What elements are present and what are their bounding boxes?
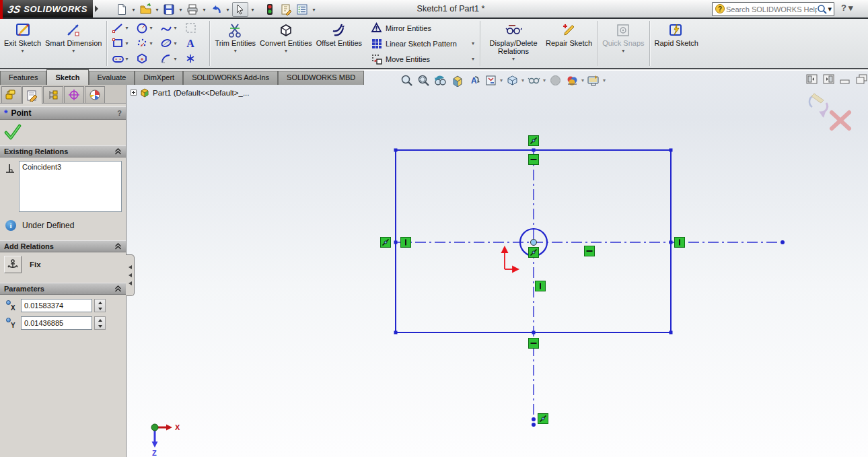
move-entities-button[interactable]: Move Entities ▾ (368, 52, 477, 66)
linear-pattern-dropdown[interactable]: ▾ (472, 40, 474, 46)
spray-points-icon[interactable] (136, 37, 149, 50)
hide-show-dropdown[interactable]: ▾ (543, 77, 546, 83)
tab-solidworks-mbd[interactable]: SOLIDWORKS MBD (278, 71, 364, 85)
relation-vertical-badge[interactable] (401, 238, 411, 248)
corner-rectangle-icon[interactable] (112, 37, 124, 50)
partial-ellipse-icon[interactable] (160, 37, 173, 50)
display-style-cube-icon[interactable] (505, 73, 519, 87)
view-settings-icon[interactable] (586, 73, 601, 87)
print-icon[interactable] (185, 2, 200, 17)
new-document-icon[interactable] (114, 2, 129, 17)
line-icon[interactable] (112, 22, 124, 34)
save-dropdown[interactable]: ▾ (178, 7, 184, 13)
options-list-icon[interactable] (295, 2, 310, 17)
panel-splitter-handle[interactable] (126, 254, 135, 296)
y-spin-up[interactable] (95, 317, 105, 323)
circle-dropdown[interactable]: ▾ (149, 25, 152, 31)
solidworks-resources-icon[interactable] (262, 2, 277, 17)
offset-entities-button[interactable]: Offset Entities (314, 20, 364, 67)
point-icon[interactable] (184, 52, 197, 65)
relation-coincident-badge[interactable] (381, 238, 391, 248)
collapse-chevron-icon[interactable] (114, 148, 122, 155)
relation-coincident-badge[interactable] (529, 248, 539, 258)
collapse-chevron-icon[interactable] (114, 243, 122, 250)
sketch-picture-icon[interactable] (184, 22, 197, 34)
open-dropdown[interactable]: ▾ (154, 7, 160, 13)
search-icon[interactable] (817, 4, 828, 15)
file-properties-icon[interactable] (279, 2, 293, 17)
arc-dropdown[interactable]: ▾ (174, 56, 176, 62)
exit-sketch-dropdown[interactable]: ▾ (22, 48, 24, 54)
relation-vertical-badge[interactable] (675, 238, 685, 248)
slot-dropdown[interactable]: ▾ (125, 56, 128, 62)
exit-sketch-button[interactable]: Exit Sketch ▾ (2, 20, 43, 67)
relation-vertical-badge[interactable] (536, 281, 546, 291)
arc-icon[interactable] (160, 52, 173, 65)
relation-horizontal-badge[interactable] (585, 246, 595, 256)
select-cursor-icon[interactable] (232, 2, 248, 17)
property-manager-help-icon[interactable]: ? (117, 109, 122, 117)
new-dropdown[interactable]: ▾ (131, 7, 137, 13)
circle-center-point[interactable] (531, 240, 537, 246)
display-style-dropdown[interactable]: ▾ (521, 77, 524, 83)
tab-dimxpert[interactable]: DimXpert (135, 71, 183, 85)
apply-scene-icon[interactable] (565, 73, 579, 87)
featuremanager-tab[interactable] (1, 86, 22, 103)
help-dropdown[interactable]: ▾ (848, 3, 853, 13)
search-input[interactable] (726, 5, 817, 13)
search-box[interactable]: ? ▾ (712, 2, 834, 16)
ok-checkmark-icon[interactable] (4, 124, 126, 140)
tree-root-label[interactable]: Part1 (Default<<Default>_... (153, 89, 250, 97)
move-dropdown[interactable]: ▾ (472, 56, 474, 62)
relation-horizontal-badge[interactable] (529, 339, 539, 349)
tab-evaluate[interactable]: Evaluate (89, 71, 135, 85)
mirror-entities-button[interactable]: Mirror Entities (368, 21, 477, 35)
polygon-icon[interactable] (136, 52, 149, 65)
apply-scene-dropdown[interactable]: ▾ (581, 77, 584, 83)
y-spin-down[interactable] (95, 323, 105, 329)
circle-icon[interactable] (136, 22, 149, 34)
view-orientation-dropdown[interactable]: ▾ (500, 77, 503, 83)
print-dropdown[interactable]: ▾ (201, 7, 207, 13)
graphics-area[interactable]: X Z A ▾ ▾ ▾ (126, 71, 868, 457)
open-document-icon[interactable] (138, 2, 153, 17)
relation-horizontal-badge[interactable] (529, 155, 539, 165)
configurationmanager-tab[interactable] (43, 86, 63, 103)
x-coordinate-input[interactable] (21, 299, 92, 312)
help-menu[interactable]: ? ▾ (841, 3, 853, 13)
add-relations-header[interactable]: Add Relations (0, 240, 126, 252)
sketch-vertex-points[interactable] (394, 149, 785, 427)
collapse-right-pane-icon[interactable] (823, 74, 834, 84)
straight-slot-icon[interactable] (112, 52, 124, 65)
view-settings-dropdown[interactable]: ▾ (603, 77, 606, 83)
existing-relations-header[interactable]: Existing Relations (0, 145, 126, 157)
search-dropdown[interactable]: ▾ (828, 5, 832, 13)
fix-relation-button[interactable] (4, 256, 22, 273)
collapse-chevron-icon[interactable] (114, 285, 122, 292)
display-delete-relations-button[interactable]: Display/Delete Relations ▾ (483, 20, 544, 67)
y-coordinate-input[interactable] (21, 316, 92, 330)
x-spinner[interactable] (94, 299, 106, 312)
zoom-to-fit-icon[interactable] (399, 73, 414, 87)
convert-entities-button[interactable]: Convert Entities ▾ (258, 20, 314, 67)
linear-sketch-pattern-button[interactable]: Linear Sketch Pattern ▾ (368, 36, 477, 50)
tree-expand-icon[interactable] (131, 90, 137, 96)
sketch-text-icon[interactable]: A (184, 37, 197, 50)
line-dropdown[interactable]: ▾ (125, 25, 128, 31)
options-dropdown[interactable]: ▾ (311, 7, 317, 13)
relation-coincident-badge[interactable] (529, 136, 539, 146)
smart-dimension-dropdown[interactable]: ▾ (72, 48, 75, 54)
tab-features[interactable]: Features (0, 71, 46, 85)
sketch-canvas[interactable]: X Z (126, 71, 868, 457)
display-delete-dropdown[interactable]: ▾ (512, 56, 515, 62)
feature-tree-root[interactable]: Part1 (Default<<Default>_... (131, 87, 250, 98)
x-spin-down[interactable] (95, 306, 105, 312)
previous-view-icon[interactable] (433, 73, 447, 87)
section-view-icon[interactable] (449, 73, 464, 87)
tab-sketch[interactable]: Sketch (46, 69, 88, 85)
hide-show-items-icon[interactable] (526, 73, 541, 87)
rapid-sketch-button[interactable]: Rapid Sketch (653, 20, 700, 67)
x-spin-up[interactable] (95, 300, 105, 306)
relations-listbox[interactable]: Coincident3 (19, 161, 122, 212)
undo-dropdown[interactable]: ▾ (225, 7, 231, 13)
